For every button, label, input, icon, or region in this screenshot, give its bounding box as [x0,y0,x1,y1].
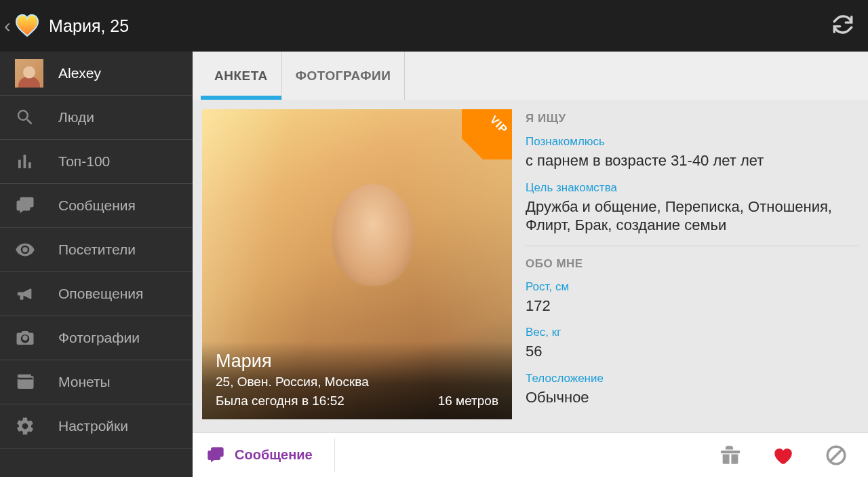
sidebar-item-settings[interactable]: Настройки [0,404,193,449]
seeking-label: Познакомлюсь [526,135,859,149]
divider [526,246,859,246]
block-icon [825,444,848,467]
sidebar-item-visitors[interactable]: Посетители [0,228,193,272]
sidebar: Alexey Люди Топ-100 Сообщения [0,52,193,477]
chat-icon [205,446,226,465]
refresh-icon[interactable] [831,13,854,39]
sidebar-item-coins[interactable]: Монеты [0,360,193,404]
tabs: АНКЕТА ФОТОГРАФИИ [193,52,868,100]
gift-button[interactable] [719,444,742,467]
page-title: Мария, 25 [49,16,129,36]
section-seeking-title: Я ИЩУ [526,111,859,135]
svg-line-1 [831,449,842,461]
sidebar-item-top100[interactable]: Топ-100 [0,140,193,184]
weight-value: 56 [526,342,859,361]
photo-overlay: Мария 25, Овен. Россия, Москва Была сего… [202,341,512,419]
profile-photo[interactable]: VIP Мария 25, Овен. Россия, Москва Была … [202,109,512,419]
sidebar-item-messages[interactable]: Сообщения [0,184,193,228]
tab-photos[interactable]: ФОТОГРАФИИ [282,52,405,100]
body-label: Телосложение [526,372,859,385]
tab-profile[interactable]: АНКЕТА [201,52,282,100]
app-header: ‹ Мария, 25 [0,0,868,52]
camera-icon [15,328,43,348]
sidebar-item-label: Сообщения [58,197,136,214]
back-icon[interactable]: ‹ [4,14,11,37]
profile-detail: 25, Овен. Россия, Москва [216,375,498,389]
sidebar-item-label: Настройки [58,418,128,434]
gift-icon [719,444,742,467]
sidebar-item-label: Посетители [58,242,136,258]
like-button[interactable] [772,444,795,467]
sidebar-item-label: Оповещения [58,286,143,302]
height-value: 172 [526,297,859,316]
gear-icon [15,416,43,436]
section-about-title: ОБО МНЕ [526,256,859,280]
vip-badge [462,109,512,159]
message-label: Сообщение [235,447,313,463]
sidebar-item-label: Фотографии [58,330,140,346]
sidebar-item-label: Люди [58,109,94,126]
chart-icon [15,151,43,172]
message-button[interactable]: Сообщение [205,438,335,472]
profile-last-seen: Была сегодня в 16:52 [216,394,344,408]
heart-icon [772,444,795,467]
profile-name: Мария [216,351,498,372]
search-icon [15,107,43,128]
app-logo-icon[interactable] [12,11,42,41]
tab-label: АНКЕТА [214,69,268,83]
sidebar-item-label: Топ-100 [58,153,110,170]
sidebar-item-label: Монеты [58,374,111,390]
purpose-label: Цель знакомства [526,181,859,195]
megaphone-icon [15,284,43,304]
weight-label: Вес, кг [526,326,859,339]
avatar [15,59,43,88]
height-label: Рост, см [526,280,859,294]
action-bar: Сообщение [193,432,868,477]
profile-info: Я ИЩУ Познакомлюсь с парнем в возрасте 3… [526,109,859,427]
sidebar-item-notifications[interactable]: Оповещения [0,272,193,316]
profile-distance: 16 метров [438,394,498,408]
sidebar-user-name: Alexey [58,65,101,81]
body-value: Обычное [526,388,859,407]
messages-icon [15,195,43,216]
wallet-icon [15,372,43,392]
sidebar-item-people[interactable]: Люди [0,96,193,140]
sidebar-user[interactable]: Alexey [0,52,193,96]
seeking-text: с парнем в возрасте 31-40 лет лет [526,151,859,170]
sidebar-item-photos[interactable]: Фотографии [0,316,193,360]
purpose-text: Дружба и общение, Переписка, Отношения, … [526,197,859,235]
eye-icon [15,240,43,260]
block-button[interactable] [825,444,848,467]
main: АНКЕТА ФОТОГРАФИИ VIP Мария 25, Овен. Ро… [193,52,868,477]
tab-label: ФОТОГРАФИИ [296,69,391,83]
